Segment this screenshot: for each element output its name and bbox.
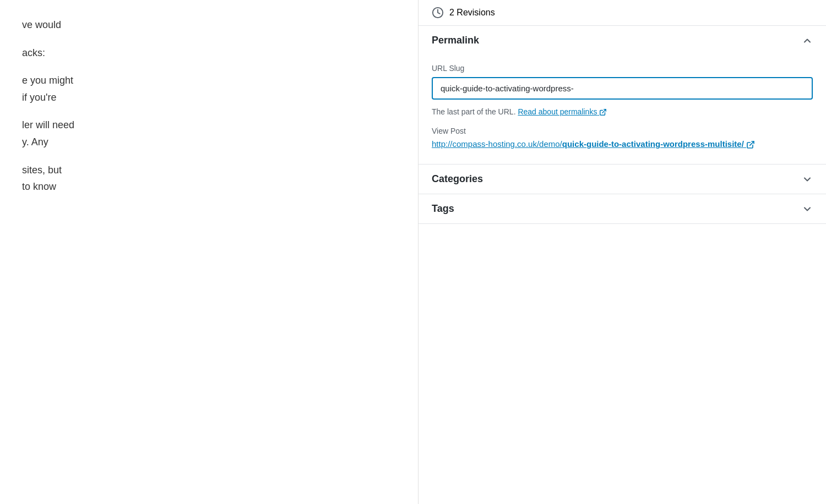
svg-line-1 — [602, 109, 606, 113]
view-post-label: View Post — [432, 127, 813, 135]
paragraph-2: acks: — [22, 45, 396, 62]
left-panel: ve would acks: e you might if you're ler… — [0, 0, 419, 504]
paragraph-5: sites, but to know — [22, 162, 396, 195]
paragraph-1: ve would — [22, 17, 396, 34]
revisions-label: 2 Revisions — [449, 8, 495, 18]
tags-chevron-down-icon — [802, 204, 813, 215]
permalink-header[interactable]: Permalink — [419, 26, 826, 55]
paragraph-4: ler will need y. Any — [22, 117, 396, 150]
categories-header[interactable]: Categories — [419, 165, 826, 194]
view-post-external-link-icon — [746, 140, 755, 149]
categories-chevron-down-icon — [802, 174, 813, 185]
tags-title: Tags — [432, 203, 454, 215]
permalink-help-text: The last part of the URL. Read about per… — [432, 106, 813, 118]
url-slug-label: URL Slug — [432, 64, 813, 73]
svg-line-2 — [750, 141, 754, 145]
left-content: ve would acks: e you might if you're ler… — [22, 17, 396, 195]
view-post-url-prefix: http://compass-hosting.co.uk/demo/ — [432, 139, 562, 149]
permalink-chevron-up-icon — [802, 35, 813, 46]
url-slug-input[interactable] — [432, 77, 813, 100]
clock-icon — [432, 7, 444, 19]
tags-header[interactable]: Tags — [419, 194, 826, 223]
external-link-icon — [599, 108, 607, 116]
permalink-title: Permalink — [432, 35, 479, 46]
revisions-row[interactable]: 2 Revisions — [419, 0, 826, 26]
paragraph-3: e you might if you're — [22, 72, 396, 106]
right-panel: 2 Revisions Permalink URL Slug The last … — [419, 0, 826, 504]
view-post-url-link[interactable]: http://compass-hosting.co.uk/demo/quick-… — [432, 139, 755, 149]
permalink-section: Permalink URL Slug The last part of the … — [419, 26, 826, 165]
categories-section: Categories — [419, 165, 826, 194]
view-post-url-bold: quick-guide-to-activating-wordpress-mult… — [562, 139, 744, 149]
tags-section: Tags — [419, 194, 826, 224]
read-about-permalinks-link[interactable]: Read about permalinks — [518, 107, 607, 116]
categories-title: Categories — [432, 173, 483, 185]
permalink-body: URL Slug The last part of the URL. Read … — [419, 55, 826, 164]
